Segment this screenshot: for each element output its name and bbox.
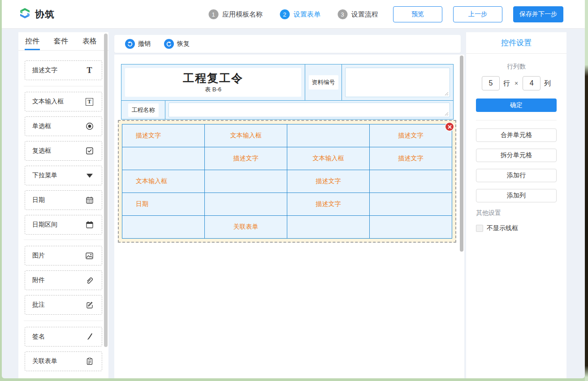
preview-button[interactable]: 预览	[393, 6, 442, 22]
grid-cell-r3c3[interactable]: 描述文字	[287, 170, 370, 193]
control-item-date-range[interactable]: 日期区间	[25, 215, 102, 235]
form-title-cell[interactable]: 工程复工令 表 B-6	[121, 64, 305, 100]
cols-input[interactable]	[523, 76, 540, 90]
rows-input[interactable]	[482, 76, 500, 90]
grid-cell-r2c2[interactable]: 描述文字	[205, 147, 287, 170]
step-3: 3 设置流程	[337, 9, 378, 19]
add-row-button[interactable]: 添加行	[476, 169, 557, 182]
control-item-radio[interactable]: 单选框	[25, 116, 102, 136]
canvas-toolbar: 撤销 恢复	[114, 35, 461, 53]
step-1-label: 应用模板名称	[222, 10, 263, 19]
control-item-dropdown[interactable]: 下拉菜单	[25, 166, 102, 185]
control-item-annotation[interactable]: 批注	[25, 295, 102, 315]
desktop-wallpaper-strip	[585, 0, 588, 381]
grid-cell-r5c1[interactable]	[122, 216, 205, 239]
undo-button[interactable]: 撤销	[125, 39, 151, 49]
text-input-icon: T	[85, 98, 94, 106]
step-1-circle: 1	[208, 9, 218, 19]
previous-step-button[interactable]: 上一步	[453, 6, 502, 22]
doc-number-input-cell[interactable]	[342, 64, 453, 100]
doc-number-textarea[interactable]	[345, 68, 450, 97]
grid-cell-r5c4[interactable]	[370, 216, 452, 239]
app-header: 协筑 1 应用模板名称 2 设置表单 3 设置流程 预览 上一步 保存并下一步	[2, 0, 585, 29]
doc-number-label: 资料编号	[309, 75, 338, 90]
tab-controls[interactable]: 控件	[25, 32, 39, 50]
tab-tables[interactable]: 表格	[82, 32, 97, 50]
panel-divider	[476, 120, 557, 120]
project-name-label-cell[interactable]: 工程名称	[121, 101, 165, 119]
grid-cell-r1c3[interactable]	[287, 124, 370, 147]
group-divider	[24, 240, 103, 240]
add-col-button[interactable]: 添加列	[476, 189, 557, 202]
grid-cell-r2c1[interactable]	[122, 147, 205, 170]
canvas-scrollbar-thumb[interactable]	[460, 56, 463, 252]
form-header-table: 工程复工令 表 B-6 资料编号 工程名称	[121, 64, 454, 120]
checkbox-icon	[85, 147, 94, 155]
control-item-date[interactable]: 日期	[25, 190, 102, 210]
cols-unit-label: 列	[544, 79, 551, 88]
redo-icon	[164, 39, 174, 49]
grid-cell-r3c4[interactable]	[370, 170, 452, 193]
tab-kits[interactable]: 套件	[54, 32, 68, 50]
grid-cell-r2c4[interactable]: 描述文字	[370, 147, 452, 170]
doc-number-label-cell[interactable]: 资料编号	[305, 64, 342, 100]
grid-cell-r1c4[interactable]: 描述文字	[370, 124, 452, 147]
date-icon	[85, 196, 94, 205]
merge-cells-button[interactable]: 合并单元格	[476, 128, 557, 142]
logo-icon	[19, 7, 31, 21]
grid-cell-r4c4[interactable]	[370, 193, 452, 216]
sidebar-tabs: 控件 套件 表格	[18, 32, 108, 51]
form-canvas: 工程复工令 表 B-6 资料编号 工程名称	[114, 55, 464, 378]
hide-border-option[interactable]: 不显示线框	[476, 224, 557, 232]
image-icon	[85, 252, 94, 260]
close-icon	[448, 125, 452, 129]
save-and-next-button[interactable]: 保存并下一步	[513, 6, 563, 22]
step-2-label: 设置表单	[294, 10, 320, 19]
control-item-image[interactable]: 图片	[25, 246, 102, 265]
group-divider	[24, 321, 103, 321]
grid-cell-r5c2[interactable]: 关联表单	[205, 216, 287, 239]
form-subtitle: 表 B-6	[205, 86, 221, 94]
app-window: 协筑 1 应用模板名称 2 设置表单 3 设置流程 预览 上一步 保存并下一步 …	[2, 0, 585, 378]
confirm-button[interactable]: 确定	[476, 98, 557, 112]
step-3-circle: 3	[337, 9, 347, 19]
project-name-input-cell[interactable]	[165, 101, 453, 119]
control-item-checkbox[interactable]: 复选框	[25, 141, 102, 161]
other-settings-label: 其他设置	[476, 209, 557, 217]
redo-button[interactable]: 恢复	[164, 39, 190, 49]
rowcol-inputs: 行 × 列	[476, 76, 557, 90]
control-settings-panel: 控件设置 行列数 行 × 列 确定 合并单元格 拆分单元格 添加行 添加列 其他…	[466, 32, 566, 378]
logo-text: 协筑	[35, 8, 55, 21]
grid-cell-r3c1[interactable]: 文本输入框	[122, 170, 205, 193]
grid-cell-r1c1[interactable]: 描述文字	[122, 124, 205, 147]
controls-sidebar: 控件 套件 表格 描述文字 T 文本输入框 T 单选框 复选框	[18, 32, 108, 378]
form-header-row-2: 工程名称	[121, 100, 453, 119]
control-item-text-input[interactable]: 文本输入框 T	[25, 92, 102, 111]
grid-cell-r1c2[interactable]: 文本输入框	[205, 124, 287, 147]
grid-cell-r4c3[interactable]: 描述文字	[287, 193, 370, 216]
grid-cell-r3c2[interactable]	[205, 170, 287, 193]
step-1: 1 应用模板名称	[208, 9, 263, 19]
linked-form-icon	[85, 357, 94, 366]
control-item-linked-form[interactable]: 关联表单	[25, 351, 102, 371]
dropdown-icon	[85, 171, 94, 180]
date-range-icon	[85, 221, 94, 229]
attachment-icon	[85, 276, 94, 285]
selected-table-block[interactable]: 描述文字 文本输入框 描述文字 描述文字 文本输入框 描述文字 文本输入框 描述…	[118, 120, 456, 243]
hide-border-checkbox[interactable]	[476, 225, 483, 232]
grid-cell-r2c3[interactable]: 文本输入框	[287, 147, 370, 170]
control-item-description-text[interactable]: 描述文字 T	[25, 60, 102, 80]
grid-cell-r5c3[interactable]	[287, 216, 370, 239]
split-cells-button[interactable]: 拆分单元格	[476, 149, 557, 162]
text-icon: T	[85, 66, 94, 75]
rowcol-label: 行列数	[476, 63, 557, 71]
delete-table-button[interactable]	[445, 123, 454, 131]
panel-title: 控件设置	[466, 32, 566, 54]
project-name-textarea[interactable]	[169, 103, 450, 117]
grid-cell-r4c1[interactable]: 日期	[122, 193, 205, 216]
control-item-attachment[interactable]: 附件	[25, 270, 102, 290]
sidebar-scrollbar-thumb[interactable]	[104, 34, 108, 347]
control-item-signature[interactable]: 签名	[25, 327, 102, 347]
annotation-icon	[85, 301, 94, 309]
grid-cell-r4c2[interactable]	[205, 193, 287, 216]
